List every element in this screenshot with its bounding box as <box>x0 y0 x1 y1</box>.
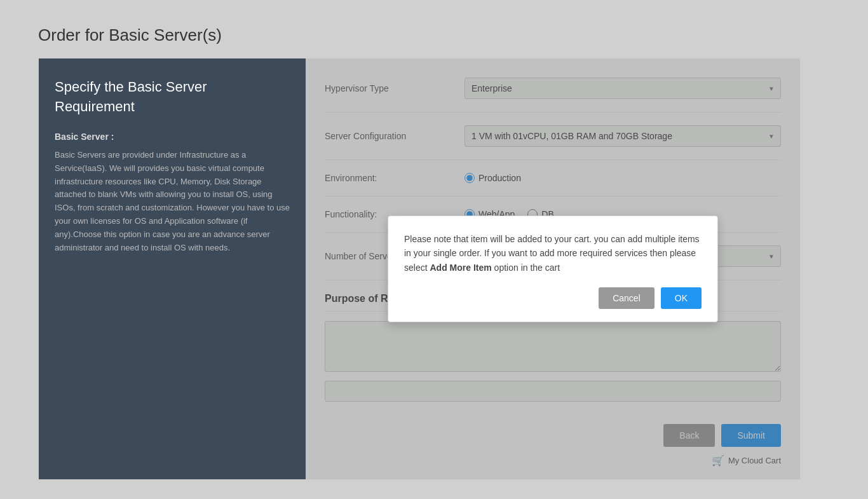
basic-server-label: Basic Server : <box>55 130 290 144</box>
modal-actions: Cancel OK <box>404 287 702 309</box>
main-card: Specify the Basic Server Requirement Bas… <box>38 58 801 480</box>
modal-overlay: Please note that item will be added to y… <box>306 58 800 479</box>
modal-ok-button[interactable]: OK <box>661 287 702 309</box>
modal-add-more: Add More Item <box>430 263 491 273</box>
modal-cancel-button[interactable]: Cancel <box>599 287 654 309</box>
modal-message-part2: option in the cart <box>492 263 560 273</box>
right-panel: Hypervisor Type Enterprise Standard Basi… <box>306 58 800 479</box>
page-title: Order for Basic Server(s) <box>38 25 222 45</box>
modal-box: Please note that item will be added to y… <box>388 215 718 322</box>
left-panel-heading: Specify the Basic Server Requirement <box>55 78 290 117</box>
basic-server-description: Basic Servers are provided under Infrast… <box>55 149 290 254</box>
left-panel: Specify the Basic Server Requirement Bas… <box>39 58 306 479</box>
modal-message: Please note that item will be added to y… <box>404 232 702 275</box>
